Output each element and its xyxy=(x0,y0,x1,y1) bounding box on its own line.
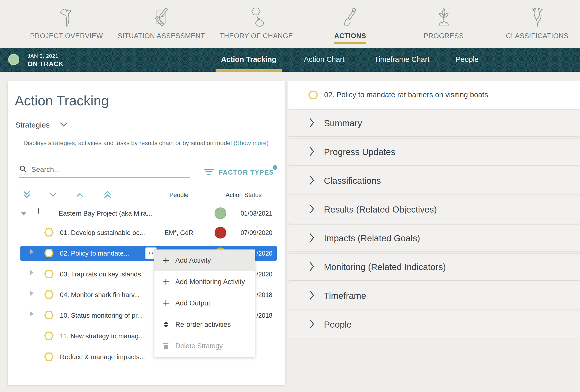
project-health-dot xyxy=(8,54,19,65)
menu-item-add-output[interactable]: Add Output xyxy=(154,292,255,314)
seedling-icon xyxy=(433,2,455,28)
strategy-hexagon-icon xyxy=(44,331,54,340)
status-date: JAN 3, 2021 xyxy=(28,53,63,59)
bird-icon xyxy=(56,2,77,28)
shovel-icon xyxy=(339,2,361,28)
strategy-hexagon-icon xyxy=(44,228,54,237)
tab-situation-assessment[interactable]: SITUATION ASSESSMENT xyxy=(118,0,205,40)
section-impacts[interactable]: Impacts (Related Goals) xyxy=(288,225,580,252)
project-status-bar: JAN 3, 2021 ON TRACK Action Tracking Act… xyxy=(0,48,580,72)
column-header-action-status: Action Status xyxy=(226,191,261,199)
project-status-meta: JAN 3, 2021 ON TRACK xyxy=(28,53,63,68)
menu-item-add-monitoring-activity[interactable]: Add Monitoring Activity xyxy=(154,271,255,292)
strategy-hexagon-icon xyxy=(44,248,54,258)
strategy-hexagon-icon xyxy=(308,90,319,100)
strategy-context-menu: Add Activity Add Monitoring Activity Add… xyxy=(154,249,255,357)
active-subtab-underline xyxy=(216,69,282,72)
expander-right-icon[interactable] xyxy=(30,291,34,296)
search-field[interactable] xyxy=(19,165,190,178)
flowchart-icon xyxy=(245,2,267,28)
app-window: PROJECT OVERVIEW SITUATION ASSESSMENT xyxy=(0,0,580,392)
expander-down-icon[interactable] xyxy=(21,212,27,216)
chevron-right-icon xyxy=(310,291,315,301)
section-summary[interactable]: Summary xyxy=(288,109,580,137)
chevron-down-icon xyxy=(60,122,68,128)
plus-icon xyxy=(162,278,170,285)
top-navigation: PROJECT OVERVIEW SITUATION ASSESSMENT xyxy=(0,0,580,48)
chevron-right-icon xyxy=(310,204,315,215)
chevron-right-icon xyxy=(310,233,315,243)
view-selector[interactable]: Strategies xyxy=(15,121,68,129)
expand-down-icon[interactable] xyxy=(49,192,57,199)
tab-classifications[interactable]: CLASSIFICATIONS xyxy=(506,0,569,40)
subtab-action-chart[interactable]: Action Chart xyxy=(304,55,345,64)
tab-theory-of-change[interactable]: THEORY OF CHANGE xyxy=(220,0,293,40)
section-results[interactable]: Results (Related Objectives) xyxy=(288,196,580,223)
chevron-right-icon xyxy=(310,118,315,128)
strategy-hexagon-icon xyxy=(44,352,54,361)
detail-header: 02. Policy to mandate rat barriers on vi… xyxy=(288,81,580,109)
menu-item-add-activity[interactable]: Add Activity xyxy=(154,250,255,271)
view-description: Displays strategies, activities and task… xyxy=(23,138,269,147)
detail-title: 02. Policy to mandate rat barriers on vi… xyxy=(324,91,488,99)
expander-right-icon[interactable] xyxy=(30,270,34,275)
plus-icon xyxy=(162,300,170,306)
status-label: ON TRACK xyxy=(28,60,63,68)
expander-right-icon[interactable] xyxy=(30,311,34,316)
tab-project-overview[interactable]: PROJECT OVERVIEW xyxy=(30,0,103,40)
tree-row-strategy-01[interactable]: 01. Develop sustainable oc... EM*, GdR 0… xyxy=(8,225,285,241)
strategy-hexagon-icon xyxy=(44,269,54,278)
chevron-right-icon xyxy=(310,319,315,330)
tab-progress[interactable]: PROGRESS xyxy=(424,0,464,40)
subtab-action-tracking[interactable]: Action Tracking xyxy=(221,55,276,64)
tab-actions[interactable]: ACTIONS xyxy=(334,0,366,44)
filter-active-dot xyxy=(272,164,278,171)
strategy-hexagon-icon xyxy=(44,290,54,299)
section-people[interactable]: People xyxy=(288,311,580,338)
chevron-right-icon xyxy=(310,262,315,272)
detail-accordion: Summary Progress Updates Classifications… xyxy=(288,109,580,340)
search-input[interactable] xyxy=(31,165,175,174)
project-square-icon xyxy=(38,208,39,213)
menu-item-delete-strategy[interactable]: Delete Strategy xyxy=(154,335,255,357)
strategy-hexagon-icon xyxy=(44,311,54,320)
section-classifications[interactable]: Classifications xyxy=(288,167,580,194)
section-timeframe[interactable]: Timeframe xyxy=(288,282,580,309)
clipboard-pencil-icon xyxy=(150,2,172,28)
collapse-up-icon[interactable] xyxy=(76,192,84,199)
coral-icon xyxy=(526,2,548,28)
sort-arrows-icon xyxy=(162,321,170,328)
tree-row-project[interactable]: Eastern Bay Project (aka Mira... 01/03/2… xyxy=(8,206,285,221)
show-more-link[interactable]: (Show more) xyxy=(233,139,268,146)
expander-right-icon[interactable] xyxy=(30,249,34,254)
section-progress-updates[interactable]: Progress Updates xyxy=(288,138,580,165)
subtab-timeframe-chart[interactable]: Timeframe Chart xyxy=(374,55,429,64)
page-title: Action Tracking xyxy=(15,93,109,108)
filter-icon xyxy=(204,168,214,177)
collapse-all-icon[interactable] xyxy=(23,191,31,200)
search-icon xyxy=(19,165,27,174)
section-monitoring[interactable]: Monitoring (Related Indicators) xyxy=(288,253,580,281)
status-dot-red xyxy=(215,227,226,239)
chevron-right-icon xyxy=(310,147,315,157)
menu-item-reorder-activities[interactable]: Re-order activities xyxy=(154,314,255,335)
expand-all-icon[interactable] xyxy=(104,191,111,200)
factor-types-filter[interactable]: FACTOR TYPES xyxy=(204,168,274,177)
column-header-people: People xyxy=(169,191,189,199)
chevron-right-icon xyxy=(310,176,315,186)
subtab-people[interactable]: People xyxy=(456,55,479,64)
plus-icon xyxy=(162,257,170,264)
trash-icon xyxy=(162,342,170,349)
status-dot-green xyxy=(215,207,226,219)
